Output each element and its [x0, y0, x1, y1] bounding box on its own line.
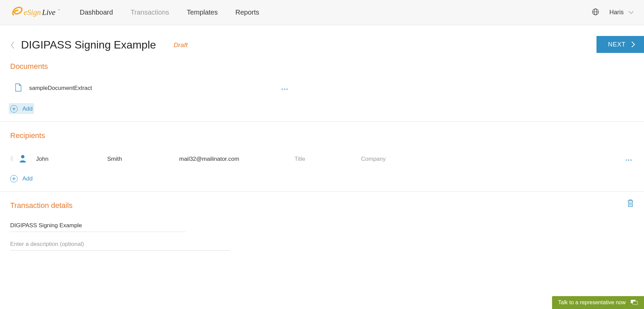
add-document-label: Add — [22, 105, 33, 112]
chat-widget[interactable]: Talk to a representative now — [552, 296, 644, 309]
nav-reports[interactable]: Reports — [235, 8, 259, 16]
add-recipient-label: Add — [22, 175, 33, 182]
back-button[interactable] — [10, 41, 15, 49]
user-menu[interactable]: Haris — [609, 9, 634, 16]
page-title: DIGIPASS Signing Example — [21, 39, 156, 51]
document-actions[interactable] — [282, 85, 634, 91]
logo[interactable]: eSign Live ™ — [10, 6, 61, 19]
logo-icon: eSign Live ™ — [10, 6, 61, 19]
transaction-details-heading: Transaction details — [10, 201, 634, 210]
document-name: sampleDocumentExtract — [29, 85, 92, 92]
add-document-button[interactable]: Add — [10, 102, 33, 121]
svg-point-6 — [21, 155, 24, 158]
document-icon — [15, 83, 22, 93]
recipient-actions[interactable] — [626, 156, 634, 162]
person-icon — [19, 154, 26, 163]
recipient-row[interactable]: ⠿⠿ John Smith mail32@mailinator.com Titl… — [10, 150, 634, 168]
recipients-section: Recipients ⠿⠿ John Smith mail32@mailinat… — [0, 122, 644, 191]
documents-heading: Documents — [10, 62, 634, 71]
drag-handle-icon[interactable]: ⠿⠿ — [10, 157, 14, 161]
svg-text:eSign: eSign — [24, 8, 41, 16]
transaction-description-input[interactable] — [10, 238, 230, 251]
next-button[interactable]: NEXT — [596, 36, 644, 53]
svg-text:™: ™ — [58, 9, 60, 11]
documents-section: Documents sampleDocumentExtract Add — [0, 62, 644, 121]
recipients-heading: Recipients — [10, 131, 634, 140]
status-badge: Draft — [174, 41, 188, 49]
transaction-name-input[interactable] — [10, 219, 185, 232]
svg-text:Live: Live — [42, 8, 55, 16]
recipient-last-name[interactable]: Smith — [107, 156, 179, 162]
add-recipient-button[interactable]: Add — [10, 172, 634, 191]
more-icon — [626, 159, 632, 161]
document-row[interactable]: sampleDocumentExtract — [10, 80, 634, 96]
nav-templates[interactable]: Templates — [187, 8, 218, 16]
plus-icon — [10, 105, 18, 113]
chat-label: Talk to a representative now — [558, 300, 626, 306]
topbar-right: Haris — [592, 8, 634, 17]
recipient-title-placeholder[interactable]: Title — [295, 156, 361, 162]
nav-dashboard[interactable]: Dashboard — [80, 8, 113, 16]
more-icon — [282, 89, 288, 90]
recipient-company-placeholder[interactable]: Company — [361, 156, 386, 162]
chevron-down-icon — [628, 11, 634, 14]
main-nav: Dashboard Transactions Templates Reports — [80, 8, 259, 16]
title-row: DIGIPASS Signing Example Draft NEXT — [0, 25, 644, 62]
recipient-email[interactable]: mail32@mailinator.com — [179, 156, 295, 162]
next-button-label: NEXT — [608, 41, 626, 48]
user-name: Haris — [609, 9, 624, 16]
chat-icon — [630, 300, 638, 306]
chevron-left-icon — [10, 41, 15, 49]
delete-transaction-button[interactable] — [627, 199, 634, 208]
chevron-right-icon — [631, 41, 635, 48]
svg-rect-10 — [633, 301, 638, 305]
nav-transactions[interactable]: Transactions — [131, 8, 169, 16]
plus-icon — [10, 175, 18, 182]
transaction-details-section: Transaction details — [0, 192, 644, 251]
globe-icon[interactable] — [592, 8, 599, 17]
top-bar: eSign Live ™ Dashboard Transactions Temp… — [0, 0, 644, 25]
recipient-first-name[interactable]: John — [36, 156, 107, 162]
